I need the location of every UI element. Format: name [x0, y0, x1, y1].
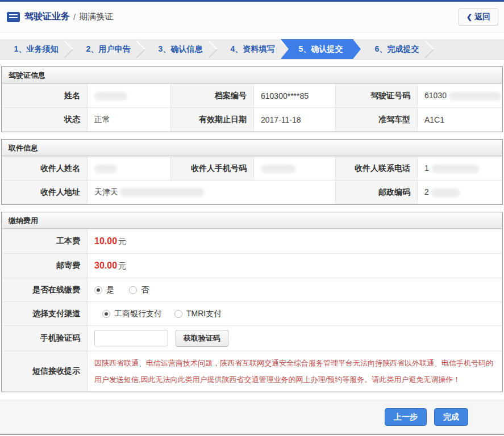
payment-panel: 缴纳费用 工本费 10.00元 邮寄费 30.00元 是否在线缴费 — [1, 212, 503, 392]
radio-channel-tmri[interactable]: TMRI支付 — [174, 309, 222, 319]
table-row: 短信接收提示 因陕西省联通、电信运营商技术问题，陕西省互联网交通安全综合服务管理… — [2, 351, 502, 392]
mobile-value — [254, 157, 336, 181]
redacted-value — [431, 165, 479, 173]
header: 驾驶证业务 / 期满换证 ❮ 返回 — [0, 2, 504, 32]
document-list-icon — [7, 12, 20, 22]
radio-online-yes[interactable]: 是 — [94, 285, 114, 295]
vehicle-label: 准驾车型 — [336, 108, 418, 132]
finish-button[interactable]: 完成 — [434, 408, 468, 426]
step-1-business-notice[interactable]: 1、业务须知 — [0, 39, 72, 59]
footer-action-bar: 上一步 完成 — [0, 400, 504, 435]
step-6-complete-submit[interactable]: 6、完成提交 — [361, 39, 433, 59]
name-value — [88, 84, 171, 108]
pay-channel-options: 工商银行支付 TMRI支付 — [88, 302, 502, 326]
redacted-value — [119, 188, 205, 196]
radio-unchecked-icon[interactable] — [129, 286, 137, 294]
zip-label: 邮政编码 — [336, 181, 418, 204]
expiry-label: 有效期止日期 — [171, 108, 254, 132]
name-label: 姓名 — [2, 84, 88, 108]
radio-unchecked-icon[interactable] — [174, 310, 182, 318]
page: 驾驶证业务 / 期满换证 ❮ 返回 1、业务须知 2、用户申告 3、确认信息 4… — [0, 0, 504, 436]
radio-checked-icon[interactable] — [102, 310, 110, 318]
zip-value: 2 — [418, 181, 502, 204]
fee-unit: 元 — [118, 261, 126, 270]
step-4-fill-data[interactable]: 4、资料填写 — [216, 39, 289, 59]
previous-step-button[interactable]: 上一步 — [385, 408, 427, 426]
work-fee-label: 工本费 — [2, 229, 88, 254]
breadcrumb-divider: / — [73, 12, 76, 22]
vehicle-value: A1C1 — [418, 108, 502, 132]
phone-label: 收件人联系电话 — [336, 157, 418, 181]
table-row: 收件人地址 天津天 邮政编码 2 — [2, 181, 502, 204]
online-pay-label: 是否在线缴费 — [2, 278, 88, 302]
payment-title: 缴纳费用 — [2, 212, 502, 229]
radio-checked-icon[interactable] — [94, 286, 102, 294]
pay-channel-label: 选择支付渠道 — [2, 302, 88, 326]
expiry-value: 2017-11-18 — [254, 108, 336, 132]
mail-fee-value: 30.00元 — [88, 254, 502, 278]
address-value: 天津天 — [88, 181, 336, 204]
sms-code-cell: 获取验证码 — [88, 326, 502, 351]
address-label: 收件人地址 — [2, 181, 88, 204]
file-no-value: 610300****85 — [254, 84, 336, 108]
table-row: 邮寄费 30.00元 — [2, 254, 502, 278]
table-row: 工本费 10.00元 — [2, 229, 502, 254]
step-separator-icon — [200, 40, 218, 58]
redacted-value — [431, 188, 460, 197]
redacted-value — [261, 165, 296, 173]
step-separator-icon — [128, 40, 145, 58]
page-title: 驾驶证业务 — [24, 11, 70, 23]
license-info-title: 驾驶证信息 — [2, 67, 502, 83]
step-2-user-declaration[interactable]: 2、用户申告 — [72, 39, 144, 59]
sms-notice-label: 短信接收提示 — [2, 351, 88, 392]
recipient-name-value — [88, 157, 171, 181]
fee-unit: 元 — [118, 237, 126, 246]
step-separator-icon — [56, 40, 73, 58]
back-button[interactable]: ❮ 返回 — [459, 9, 498, 26]
recipient-name-label: 收件人姓名 — [2, 157, 88, 181]
step-5-confirm-submit-active[interactable]: 5、确认提交 — [281, 39, 361, 59]
table-row: 状态 正常 有效期止日期 2017-11-18 准驾车型 A1C1 — [2, 108, 502, 132]
status-value: 正常 — [88, 108, 171, 132]
step-navigation: 1、业务须知 2、用户申告 3、确认信息 4、资料填写 5、确认提交 6、完成提… — [0, 39, 504, 60]
license-info-panel: 驾驶证信息 姓名 档案编号 610300****85 驾驶证号码 61030 状… — [1, 66, 503, 132]
license-no-value: 61030 — [418, 84, 502, 108]
redacted-value — [94, 92, 127, 100]
pickup-info-title: 取件信息 — [2, 140, 502, 156]
get-sms-code-button[interactable]: 获取验证码 — [176, 330, 228, 347]
online-pay-options: 是 否 — [88, 278, 502, 302]
work-fee-value: 10.00元 — [88, 229, 502, 254]
back-button-label: 返回 — [474, 12, 490, 22]
step-separator-icon — [416, 40, 434, 58]
file-no-label: 档案编号 — [171, 84, 254, 108]
table-row: 手机验证码 获取验证码 — [2, 326, 502, 351]
step-3-confirm-info[interactable]: 3、确认信息 — [144, 39, 216, 59]
chevron-left-icon: ❮ — [466, 13, 472, 21]
phone-value: 1 — [418, 157, 502, 181]
sms-code-label: 手机验证码 — [2, 326, 88, 351]
redacted-value — [449, 92, 501, 100]
mobile-label: 收件人手机号码 — [171, 157, 254, 181]
radio-channel-icbc[interactable]: 工商银行支付 — [102, 309, 162, 319]
radio-online-no[interactable]: 否 — [129, 285, 149, 295]
payment-table: 工本费 10.00元 邮寄费 30.00元 是否在线缴费 是 — [2, 229, 502, 392]
pickup-info-panel: 取件信息 收件人姓名 收件人手机号码 收件人联系电话 1 收件人地址 天津天 邮… — [1, 139, 503, 205]
mail-fee-amount: 30.00 — [94, 261, 117, 270]
breadcrumb-current: 期满换证 — [79, 11, 113, 22]
table-row: 姓名 档案编号 610300****85 驾驶证号码 61030 — [2, 84, 502, 108]
status-label: 状态 — [2, 108, 88, 132]
sms-notice-text: 因陕西省联通、电信运营商技术问题，陕西省互联网交通安全综合服务管理平台无法向持陕… — [94, 355, 495, 388]
license-no-label: 驾驶证号码 — [336, 84, 418, 108]
license-info-table: 姓名 档案编号 610300****85 驾驶证号码 61030 状态 正常 有… — [2, 83, 502, 132]
redacted-value — [94, 165, 117, 173]
table-row: 选择支付渠道 工商银行支付 TMRI支付 — [2, 302, 502, 326]
table-row: 收件人姓名 收件人手机号码 收件人联系电话 1 — [2, 157, 502, 181]
mail-fee-label: 邮寄费 — [2, 254, 88, 278]
sms-notice-cell: 因陕西省联通、电信运营商技术问题，陕西省互联网交通安全综合服务管理平台无法向持陕… — [88, 351, 502, 392]
sms-code-input[interactable] — [94, 330, 168, 346]
table-row: 是否在线缴费 是 否 — [2, 278, 502, 302]
work-fee-amount: 10.00 — [94, 236, 117, 246]
pickup-info-table: 收件人姓名 收件人手机号码 收件人联系电话 1 收件人地址 天津天 邮政编码 2 — [2, 156, 502, 204]
